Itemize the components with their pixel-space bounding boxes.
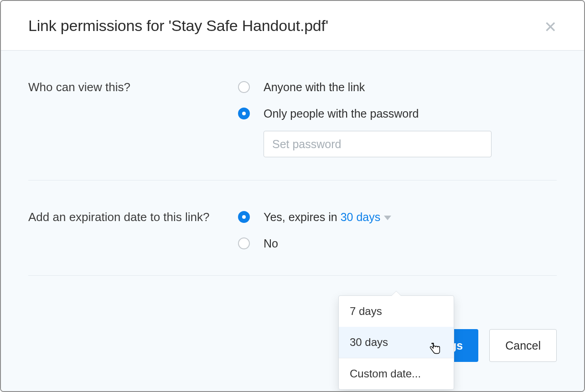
dropdown-option-30-days[interactable]: 30 days: [339, 327, 454, 358]
dropdown-option-custom-date[interactable]: Custom date...: [339, 358, 454, 389]
password-field-wrap: [264, 131, 557, 157]
who-can-view-label: Who can view this?: [28, 78, 238, 157]
link-permissions-dialog: Link permissions for 'Stay Safe Handout.…: [0, 0, 585, 392]
expire-yes-prefix: Yes, expires in: [264, 211, 341, 223]
radio-row-anyone: Anyone with the link: [238, 78, 557, 96]
expiration-dropdown: 7 days 30 days Custom date...: [338, 295, 454, 390]
expiration-label: Add an expiration date to this link?: [28, 208, 238, 253]
expiration-value: 30 days: [341, 211, 381, 223]
dialog-header: Link permissions for 'Stay Safe Handout.…: [1, 1, 584, 50]
password-input[interactable]: [264, 131, 492, 157]
radio-password[interactable]: [238, 108, 250, 119]
dropdown-option-7-days[interactable]: 7 days: [339, 296, 454, 327]
expiration-dropdown-trigger[interactable]: 30 days: [341, 211, 392, 223]
dialog-title: Link permissions for 'Stay Safe Handout.…: [28, 17, 328, 35]
radio-row-expire-yes: Yes, expires in 30 days: [238, 208, 557, 226]
radio-expire-yes-label: Yes, expires in 30 days: [264, 211, 391, 224]
chevron-down-icon: [384, 216, 391, 220]
who-can-view-options: Anyone with the link Only people with th…: [238, 78, 557, 157]
dialog-body: Who can view this? Anyone with the link …: [1, 50, 584, 391]
cancel-button[interactable]: Cancel: [489, 329, 557, 362]
radio-expire-no[interactable]: [238, 237, 250, 249]
radio-row-expire-no: No: [238, 234, 557, 253]
radio-expire-yes[interactable]: [238, 211, 250, 223]
radio-password-label: Only people with the password: [264, 107, 419, 120]
radio-row-password: Only people with the password: [238, 104, 557, 123]
section-who-can-view: Who can view this? Anyone with the link …: [28, 51, 557, 181]
section-expiration: Add an expiration date to this link? Yes…: [28, 181, 557, 276]
radio-anyone[interactable]: [238, 81, 250, 93]
radio-expire-no-label: No: [264, 237, 278, 250]
close-icon[interactable]: ✕: [544, 16, 557, 35]
radio-anyone-label: Anyone with the link: [264, 81, 365, 94]
expiration-options: Yes, expires in 30 days No: [238, 208, 557, 253]
